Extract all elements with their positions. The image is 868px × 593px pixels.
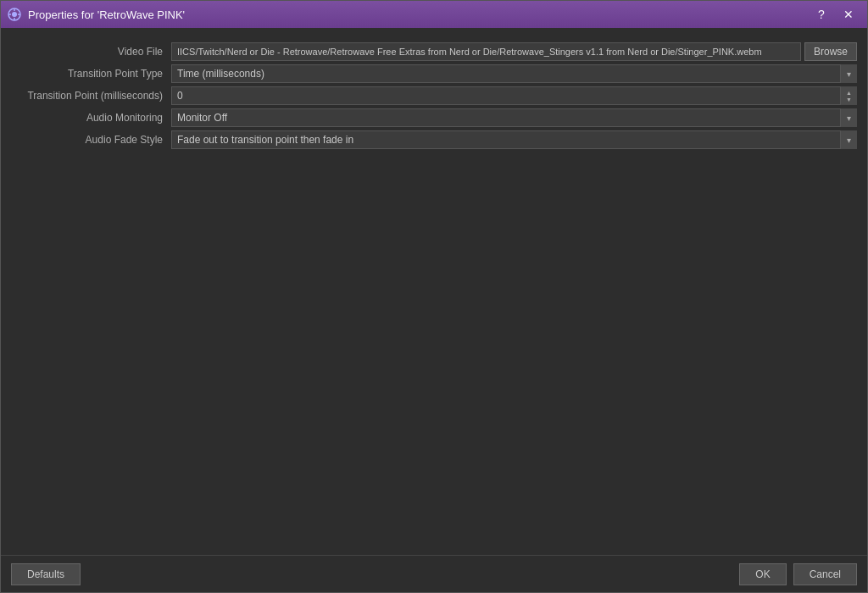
ok-button[interactable]: OK — [739, 563, 786, 585]
video-file-label: Video File — [11, 46, 168, 58]
transition-point-ms-label: Transition Point (milliseconds) — [11, 90, 168, 102]
footer-right: OK Cancel — [739, 563, 857, 585]
browse-button[interactable]: Browse — [804, 42, 857, 61]
cancel-button[interactable]: Cancel — [793, 563, 857, 585]
video-file-row: Video File Browse — [11, 42, 857, 62]
content-area: Video File Browse Transition Point Type … — [1, 28, 867, 555]
obs-icon — [8, 8, 21, 21]
properties-window: Properties for 'RetroWave PINK' ? ✕ Vide… — [0, 0, 868, 593]
transition-point-type-row: Transition Point Type Time (milliseconds… — [11, 64, 857, 84]
window-title: Properties for 'RetroWave PINK' — [28, 8, 185, 21]
transition-point-type-input[interactable]: Time (milliseconds) — [171, 64, 857, 83]
audio-fade-style-input[interactable]: Fade out to transition point then fade i… — [171, 130, 857, 149]
help-button[interactable]: ? — [810, 5, 833, 24]
video-file-input[interactable] — [171, 42, 801, 61]
title-bar-left: Properties for 'RetroWave PINK' — [8, 8, 185, 21]
video-file-input-wrapper — [171, 42, 801, 61]
transition-point-type-label: Transition Point Type — [11, 68, 168, 80]
transition-point-type-wrapper: Time (milliseconds) ▾ — [171, 64, 857, 83]
audio-monitoring-label: Audio Monitoring — [11, 112, 168, 124]
transition-point-ms-wrapper: 0 ▲ ▼ — [171, 86, 857, 105]
svg-point-1 — [12, 12, 17, 17]
audio-monitoring-wrapper: Monitor Off ▾ — [171, 108, 857, 127]
footer: Defaults OK Cancel — [1, 555, 867, 592]
audio-monitoring-input[interactable]: Monitor Off — [171, 108, 857, 127]
defaults-button[interactable]: Defaults — [11, 563, 81, 585]
audio-fade-style-row: Audio Fade Style Fade out to transition … — [11, 130, 857, 150]
close-button[interactable]: ✕ — [837, 5, 860, 24]
title-bar-buttons: ? ✕ — [810, 5, 860, 24]
transition-point-ms-input[interactable]: 0 — [171, 86, 857, 105]
content-spacer — [1, 153, 867, 555]
audio-fade-style-label: Audio Fade Style — [11, 134, 168, 146]
transition-point-ms-row: Transition Point (milliseconds) 0 ▲ ▼ — [11, 86, 857, 106]
audio-fade-style-wrapper: Fade out to transition point then fade i… — [171, 130, 857, 149]
audio-monitoring-row: Audio Monitoring Monitor Off ▾ — [11, 108, 857, 128]
form-area: Video File Browse Transition Point Type … — [1, 38, 867, 153]
title-bar: Properties for 'RetroWave PINK' ? ✕ — [1, 1, 867, 28]
